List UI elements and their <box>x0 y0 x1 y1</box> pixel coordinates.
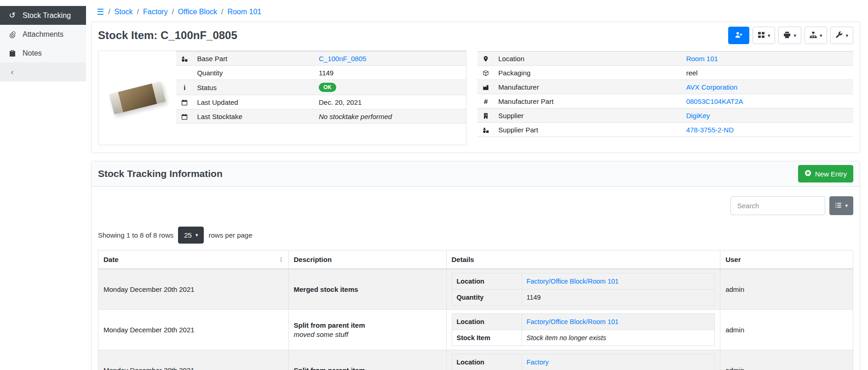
sidebar-item-stock-tracking[interactable]: ↺ Stock Tracking <box>0 6 86 25</box>
location-link[interactable]: Factory/Office Block/Room 101 <box>527 278 619 285</box>
user-actions-button[interactable] <box>728 27 749 44</box>
wrench-icon <box>835 31 843 40</box>
columns-dropdown-button[interactable]: ▾ <box>829 196 853 215</box>
package-icon <box>477 66 494 80</box>
tracking-table-header-row: Date ▲▼ Description Details User <box>98 250 853 269</box>
column-header-date[interactable]: Date ▲▼ <box>98 250 289 269</box>
detail-row-base-part: Base Part C_100nF_0805 <box>176 51 466 66</box>
nested-row: Location Factory <box>452 354 715 370</box>
detail-label: Supplier <box>494 108 682 123</box>
user-cell: admin <box>720 310 853 350</box>
user-cell: admin <box>720 269 853 310</box>
breadcrumb-link-stock[interactable]: Stock <box>115 8 133 16</box>
chevron-down-icon: ▾ <box>195 232 198 238</box>
description-cell: Split from parent item <box>294 321 441 329</box>
detail-label: Location <box>494 51 682 66</box>
supplier-part-link[interactable]: 478-3755-2-ND <box>686 126 734 134</box>
shapes-icon <box>477 123 494 137</box>
column-header-details[interactable]: Details <box>446 250 720 269</box>
calendar-icon <box>176 95 193 109</box>
detail-row-manufacturer-part: # Manufacturer Part 08053C104KAT2A <box>477 94 853 108</box>
item-details-left-panel: Base Part C_100nF_0805 Quantity 1149 i S… <box>98 51 466 145</box>
stock-item-card: Stock Item: C_100nF_0805 ▾ <box>91 22 860 153</box>
breadcrumb: ☰ / Stock / Factory / Office Block / Roo… <box>91 6 860 22</box>
status-badge: OK <box>319 83 336 92</box>
sidebar-item-notes[interactable]: Notes <box>0 44 86 63</box>
location-icon <box>477 51 494 66</box>
item-core-details-table: Base Part C_100nF_0805 Quantity 1149 i S… <box>176 51 466 124</box>
shapes-icon <box>176 51 193 66</box>
nested-label: Location <box>452 354 522 370</box>
item-details-right-panel: Location Room 101 Packaging reel <box>477 51 853 145</box>
detail-label: Last Stocktake <box>193 109 315 124</box>
nested-row: Quantity 1149 <box>452 290 715 306</box>
history-icon: ↺ <box>8 11 17 20</box>
nested-row: Location Factory/Office Block/Room 101 <box>452 273 715 290</box>
supplier-link[interactable]: DigiKey <box>686 112 710 120</box>
detail-row-supplier: Supplier DigiKey <box>477 108 853 123</box>
sort-icon[interactable]: ▲▼ <box>279 256 283 263</box>
print-actions-button[interactable]: ▾ <box>778 27 801 44</box>
location-link[interactable]: Factory/Office Block/Room 101 <box>527 318 619 325</box>
column-header-user[interactable]: User <box>720 250 853 269</box>
table-row[interactable]: Monday December 20th 2021 Split from par… <box>98 350 853 370</box>
stock-actions-button[interactable]: ▾ <box>830 27 853 44</box>
search-input[interactable] <box>730 196 825 215</box>
view-options-button[interactable]: ▾ <box>753 27 776 44</box>
sidebar-collapse-button[interactable]: ‹ <box>0 63 86 81</box>
building-icon <box>477 108 494 123</box>
nested-label: Quantity <box>452 290 522 306</box>
tracking-table: Date ▲▼ Description Details User <box>98 250 853 370</box>
breadcrumb-link-office-block[interactable]: Office Block <box>178 8 217 16</box>
nested-label: Location <box>452 314 522 330</box>
table-row[interactable]: Monday December 20th 2021 Split from par… <box>98 310 853 350</box>
detail-label: Base Part <box>193 51 315 66</box>
app-root: ↺ Stock Tracking Attachments Notes ‹ ☰ /… <box>0 0 868 370</box>
detail-row-quantity: Quantity 1149 <box>176 66 466 80</box>
chevron-down-icon: ▾ <box>845 203 848 209</box>
detail-label: Quantity <box>193 66 315 80</box>
menu-icon[interactable]: ☰ <box>97 7 104 17</box>
pagination-row: Showing 1 to 8 of 8 rows 25 ▾ rows per p… <box>92 215 860 244</box>
base-part-link[interactable]: C_100nF_0805 <box>319 55 366 63</box>
new-entry-button[interactable]: New Entry <box>798 165 853 182</box>
table-row[interactable]: Monday December 20th 2021 Merged stock i… <box>98 269 853 310</box>
page-size-value: 25 <box>184 231 192 239</box>
capacitor-image <box>109 81 166 115</box>
last-stocktake-value: No stocktake performed <box>315 109 466 124</box>
user-cell: admin <box>720 350 853 370</box>
quantity-value: 1149 <box>315 66 466 80</box>
section-title: Stock Tracking Information <box>98 168 223 179</box>
column-header-description[interactable]: Description <box>288 250 446 269</box>
manufacturer-link[interactable]: AVX Corporation <box>686 83 737 91</box>
paperclip-icon <box>8 31 17 38</box>
rows-per-page-label: rows per page <box>208 231 252 239</box>
stock-location-actions-button[interactable]: ▾ <box>805 27 828 44</box>
item-sourcing-details-table: Location Room 101 Packaging reel <box>477 51 853 137</box>
breadcrumb-link-room-101[interactable]: Room 101 <box>227 8 261 16</box>
nested-label: Stock Item <box>452 330 522 346</box>
page-size-dropdown[interactable]: 25 ▾ <box>178 227 204 244</box>
details-nested-table: Location Factory/Office Block/Room 101 S… <box>452 313 715 346</box>
breadcrumb-link-factory[interactable]: Factory <box>143 8 167 16</box>
detail-row-last-updated: Last Updated Dec. 20, 2021 <box>176 95 466 109</box>
page-title: Stock Item: C_100nF_0805 <box>98 29 237 42</box>
packaging-value: reel <box>682 66 853 80</box>
location-link[interactable]: Factory <box>527 359 549 366</box>
sidebar-item-label: Notes <box>23 49 42 57</box>
nested-value: Stock item no longer exists <box>522 330 715 346</box>
sidebar-item-attachments[interactable]: Attachments <box>0 25 86 44</box>
last-updated-value: Dec. 20, 2021 <box>315 95 466 109</box>
manufacturer-part-link[interactable]: 08053C104KAT2A <box>686 97 743 105</box>
note-icon <box>8 50 17 57</box>
description-cell: Merged stock items <box>294 285 441 293</box>
detail-row-packaging: Packaging reel <box>477 66 853 80</box>
nested-value: 1149 <box>522 290 715 306</box>
location-link[interactable]: Room 101 <box>686 55 718 63</box>
detail-row-supplier-part: Supplier Part 478-3755-2-ND <box>477 123 853 137</box>
chevron-down-icon: ▾ <box>820 33 822 39</box>
part-thumbnail[interactable] <box>98 51 176 145</box>
detail-label: Last Updated <box>193 95 315 109</box>
info-icon: i <box>176 80 193 95</box>
detail-label: Status <box>193 80 315 95</box>
